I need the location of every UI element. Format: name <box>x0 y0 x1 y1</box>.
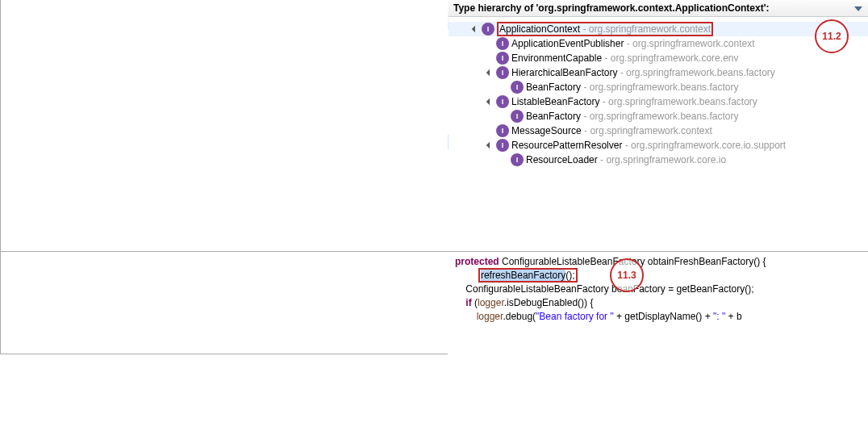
tree-row[interactable]: EnvironmentCapable - org.springframework… <box>449 51 868 65</box>
type-name: EnvironmentCapable <box>511 52 602 64</box>
expand-icon[interactable] <box>486 98 495 107</box>
interface-icon <box>496 52 509 65</box>
tree-row[interactable]: BeanFactory - org.springframework.beans.… <box>449 80 868 94</box>
package-name: - org.springframework.context <box>624 38 754 49</box>
implementors-panel: Types implementing or defining 'Abstract… <box>449 354 868 354</box>
interface-icon <box>511 153 524 166</box>
package-name: - org.springframework.core.io.support <box>622 140 786 151</box>
tree-row[interactable]: ResourceLoader - org.springframework.cor… <box>449 153 868 167</box>
expand-icon[interactable] <box>486 69 495 77</box>
type-name: ApplicationEventPublisher <box>511 38 624 49</box>
panel-title-bar: Type hierarchy of 'org.springframework.c… <box>449 0 868 17</box>
type-name: ResourceLoader <box>526 154 598 165</box>
interface-icon <box>496 66 509 79</box>
code-editor-refresh[interactable]: protected final void refreshBeanFactory(… <box>448 252 449 448</box>
interface-icon <box>511 110 524 123</box>
panel-title: Type hierarchy of 'org.springframework.c… <box>453 2 770 14</box>
type-name: ApplicationContext <box>499 23 580 35</box>
interface-icon <box>482 23 495 36</box>
type-name: BeanFactory <box>526 82 581 93</box>
interface-icon <box>496 95 509 108</box>
type-name: ListableBeanFactory <box>511 96 599 107</box>
package-name: - org.springframework.context <box>580 23 711 35</box>
package-name: - org.springframework.core.env <box>602 52 738 64</box>
interface-icon <box>496 37 509 50</box>
tree-row[interactable]: ApplicationEventPublisher - org.springfr… <box>449 36 868 51</box>
tree-row[interactable]: BeanFactory - org.springframework.beans.… <box>449 109 868 124</box>
tree-row[interactable]: ResourcePatternResolver - org.springfram… <box>449 138 868 153</box>
type-name: MessageSource <box>511 125 582 136</box>
type-name: ResourcePatternResolver <box>511 140 622 151</box>
annotation-callout: 11.2 <box>815 19 849 53</box>
tree-row[interactable]: ListableBeanFactory - org.springframewor… <box>449 94 868 109</box>
package-name: - org.springframework.beans.factory <box>581 111 738 122</box>
type-tree[interactable]: ApplicationContext - org.springframework… <box>449 17 868 170</box>
tree-row[interactable]: HierarchicalBeanFactory - org.springfram… <box>449 65 868 80</box>
package-name: - org.springframework.core.io <box>598 154 726 165</box>
tree-row[interactable]: MessageSource - org.springframework.cont… <box>449 124 868 138</box>
interface-icon <box>511 81 524 94</box>
hierarchy-panel-supertypes: Type hierarchy of 'org.springframework.c… <box>449 0 868 251</box>
view-menu-icon[interactable] <box>854 4 863 13</box>
expand-icon[interactable] <box>471 25 480 34</box>
expand-icon[interactable] <box>486 141 495 150</box>
package-name: - org.springframework.beans.factory <box>599 96 757 107</box>
package-name: - org.springframework.context <box>582 125 712 136</box>
package-name: - org.springframework.beans.factory <box>617 67 774 78</box>
panel-title-bar: Types implementing or defining 'Abstract… <box>449 354 868 354</box>
type-name: BeanFactory <box>526 111 581 122</box>
package-name: - org.springframework.beans.factory <box>581 82 738 93</box>
type-name: HierarchicalBeanFactory <box>511 67 617 78</box>
tree-row[interactable]: ApplicationContext - org.springframework… <box>449 22 868 36</box>
code-editor-obtain[interactable]: protected ConfigurableListableBeanFactor… <box>449 252 868 353</box>
interface-icon <box>496 124 509 137</box>
interface-icon <box>496 139 509 152</box>
